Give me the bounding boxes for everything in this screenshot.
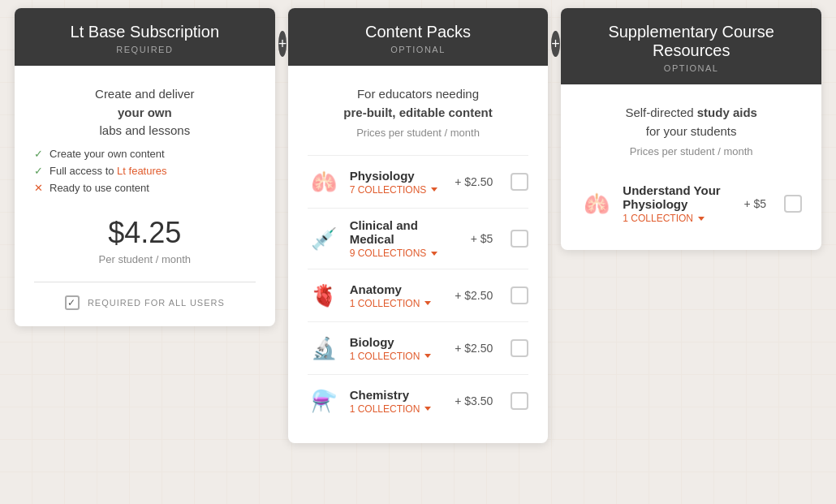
study-aids-bold: study aids [697,106,757,119]
content-packs-title: Content Packs [304,23,532,41]
price-amount: $4.25 [108,216,181,249]
anatomy-icon: 🫀 [308,279,340,312]
pack-item-understand-physiology: 🫁 Understand YourPhysiology 1 COLLECTION… [580,174,802,234]
understand-physiology-price: + $5 [743,197,766,210]
content-packs-subtitle: OPTIONAL [304,45,532,54]
check-icon-1: ✓ [34,148,43,160]
anatomy-collections[interactable]: 1 COLLECTION [350,298,446,309]
base-card-title: Lt Base Subscription [31,23,259,41]
clinical-info: Clinical and Medical 9 COLLECTIONS [350,218,461,259]
biology-info: Biology 1 COLLECTION [350,335,446,362]
anatomy-info: Anatomy 1 COLLECTION [350,282,446,309]
understand-physiology-checkbox[interactable] [784,195,802,213]
biology-name: Biology [350,335,446,349]
required-checkbox-area: ✓ REQUIRED FOR ALL USERS [34,295,256,310]
chemistry-collections[interactable]: 1 COLLECTION [350,403,446,415]
chevron-chemistry [424,407,431,411]
content-packs-wrapper: Content Packs OPTIONAL For educators nee… [282,8,555,443]
chemistry-info: Chemistry 1 COLLECTION [350,388,446,415]
physiology-checkbox[interactable] [511,173,528,191]
understand-physiology-collections[interactable]: 1 COLLECTION [623,213,734,224]
chemistry-name: Chemistry [350,388,446,402]
pack-item-biology: 🔬 Biology 1 COLLECTION + $2.50 [308,321,529,374]
biology-collections[interactable]: 1 COLLECTION [350,351,446,362]
base-subscription-card: Lt Base Subscription REQUIRED Create and… [15,8,275,326]
understand-physiology-name: Understand YourPhysiology [623,183,734,211]
content-packs-header: Content Packs OPTIONAL [288,8,549,66]
biology-price: + $2.50 [455,342,493,355]
physiology-icon: 🫁 [308,166,340,198]
supplementary-wrapper: Supplementary Course Resources OPTIONAL … [554,8,828,250]
clinical-name: Clinical and Medical [350,218,461,246]
lt-features-link[interactable]: Lt features [117,165,166,177]
plus-badge-2: + [551,31,560,57]
chevron-anatomy [424,301,431,305]
chevron-clinical [431,252,437,256]
biology-checkbox[interactable] [511,339,528,357]
physiology-name: Physiology [350,169,446,183]
chemistry-checkbox[interactable] [511,392,528,410]
chevron-biology [424,354,431,358]
physiology-collections[interactable]: 7 COLLECTIONS [350,184,446,196]
chemistry-price: + $3.50 [455,394,493,407]
card-divider [34,282,256,282]
pack-item-anatomy: 🫀 Anatomy 1 COLLECTION + $2.50 [308,269,529,321]
understand-physiology-info: Understand YourPhysiology 1 COLLECTION [623,183,734,224]
base-card-body: Create and deliver your own labs and les… [15,66,275,326]
clinical-checkbox[interactable] [511,230,528,248]
content-packs-price-note: Prices per student / month [308,127,529,139]
supplementary-description: Self-directed study aids for your studen… [580,104,802,140]
chevron-physiology [431,187,437,192]
base-card-subtitle: REQUIRED [31,45,259,54]
anatomy-name: Anatomy [350,282,446,296]
price-display: $4.25 [34,216,256,250]
feature-item-2: ✓ Full access to Lt features [34,162,256,179]
pack-item-physiology: 🫁 Physiology 7 COLLECTIONS + $2.50 [308,155,529,208]
required-label: REQUIRED FOR ALL USERS [88,298,225,308]
clinical-icon: 💉 [308,222,340,255]
pack-item-clinical: 💉 Clinical and Medical 9 COLLECTIONS + $… [308,208,529,269]
supplementary-card: Supplementary Course Resources OPTIONAL … [561,8,821,250]
clinical-collections[interactable]: 9 COLLECTIONS [350,248,461,259]
pack-item-chemistry: ⚗️ Chemistry 1 COLLECTION + $3.50 [308,374,529,427]
features-list: ✓ Create your own content ✓ Full access … [34,145,256,196]
price-period: Per student / month [34,253,256,265]
supplementary-header: Supplementary Course Resources OPTIONAL [561,8,821,84]
chevron-understand [698,217,705,221]
anatomy-checkbox[interactable] [511,286,528,304]
pricing-container: Lt Base Subscription REQUIRED Create and… [8,8,828,443]
base-description: Create and deliver your own labs and les… [34,85,256,140]
content-packs-card: Content Packs OPTIONAL For educators nee… [288,8,549,443]
feature-item-1: ✓ Create your own content [34,145,256,162]
supplementary-subtitle: OPTIONAL [577,63,805,73]
supplementary-title: Supplementary Course Resources [577,23,805,60]
required-checkbox[interactable]: ✓ [65,295,80,310]
physiology-price: + $2.50 [455,175,493,188]
understand-physiology-icon: 🫁 [580,187,613,220]
biology-icon: 🔬 [308,332,340,364]
chemistry-icon: ⚗️ [308,385,340,417]
check-icon-2: ✓ [34,165,43,177]
clinical-price: + $5 [471,232,493,245]
plus-badge-1: + [278,31,287,57]
anatomy-price: + $2.50 [455,289,493,302]
supplementary-body: Self-directed study aids for your studen… [561,84,821,250]
physiology-info: Physiology 7 COLLECTIONS [350,169,446,196]
content-packs-body: For educators needing pre-built, editabl… [288,66,549,443]
x-icon-1: ✕ [34,182,43,194]
supplementary-price-note: Prices per student / month [580,145,802,157]
content-packs-description: For educators needing pre-built, editabl… [308,85,529,122]
base-card-wrapper: Lt Base Subscription REQUIRED Create and… [8,8,282,326]
feature-item-3: ✕ Ready to use content [34,179,256,196]
base-card-header: Lt Base Subscription REQUIRED [15,8,275,66]
